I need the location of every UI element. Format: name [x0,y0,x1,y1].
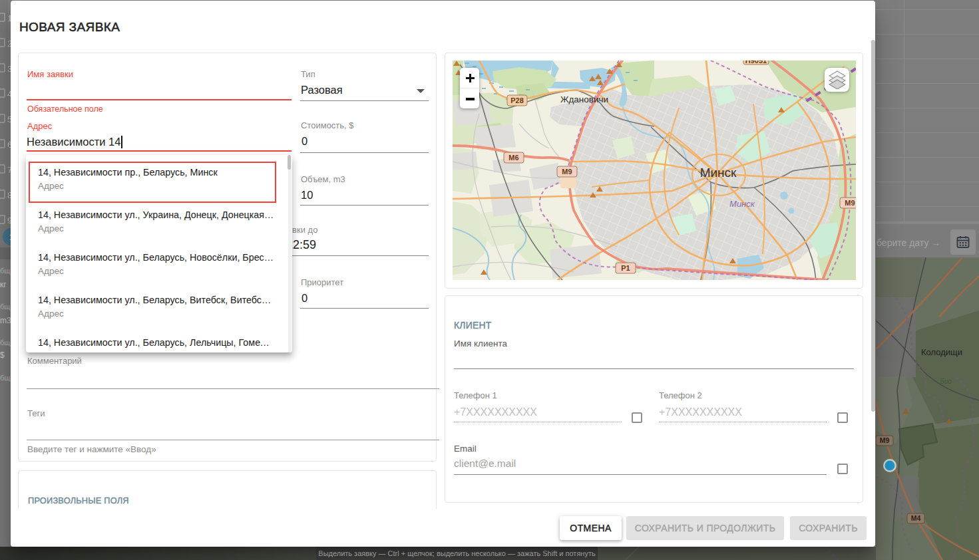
svg-text:Р28: Р28 [510,96,524,104]
svg-text:М4: М4 [911,514,921,522]
svg-text:М9: М9 [845,199,855,207]
svg-text:Минск: Минск [729,199,755,209]
svg-text:Минск: Минск [700,166,737,180]
svg-text:Р1: Р1 [621,264,630,272]
svg-text:Колодищи: Колодищи [921,347,962,357]
svg-text:М9: М9 [562,168,572,176]
svg-text:М6: М6 [508,154,518,162]
svg-text:М9: М9 [880,436,890,444]
svg-text:Био: Био [940,378,952,385]
svg-text:Н9051: Н9051 [745,61,767,65]
svg-text:Ждановичи: Ждановичи [560,94,608,104]
